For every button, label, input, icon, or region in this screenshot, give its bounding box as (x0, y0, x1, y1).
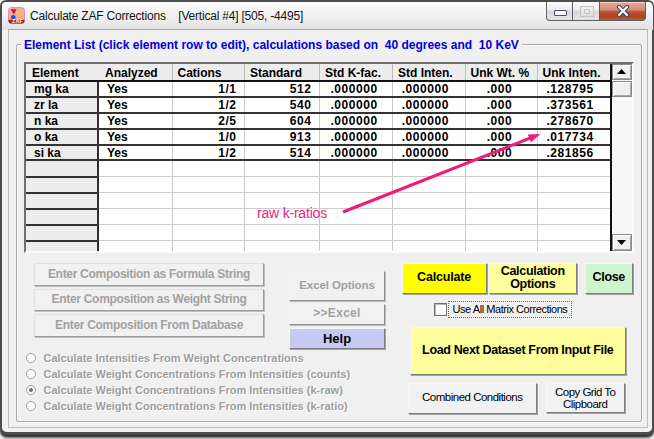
svg-text:ZAF: ZAF (12, 18, 23, 24)
